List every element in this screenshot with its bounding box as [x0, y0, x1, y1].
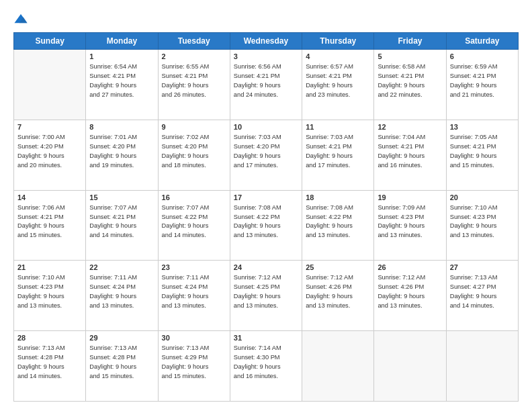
day-info-line: Daylight: 9 hours [89, 292, 154, 302]
day-info-line: Daylight: 9 hours [306, 292, 370, 302]
day-info-line: Sunrise: 7:06 AM [17, 203, 82, 213]
day-info: Sunrise: 6:58 AMSunset: 4:21 PMDaylight:… [378, 62, 442, 100]
calendar-week-2: 7Sunrise: 7:00 AMSunset: 4:20 PMDaylight… [14, 120, 519, 190]
calendar-cell: 21Sunrise: 7:10 AMSunset: 4:23 PMDayligh… [14, 261, 86, 331]
day-info-line: Sunrise: 7:14 AM [234, 344, 298, 353]
day-info-line: Daylight: 9 hours [17, 222, 82, 231]
calendar-cell: 10Sunrise: 7:03 AMSunset: 4:20 PMDayligh… [230, 120, 302, 190]
day-info-line: Daylight: 9 hours [450, 292, 515, 302]
day-number: 25 [306, 263, 370, 271]
day-info: Sunrise: 6:57 AMSunset: 4:21 PMDaylight:… [306, 62, 370, 100]
day-info-line: Daylight: 9 hours [378, 152, 442, 161]
day-number: 9 [162, 123, 226, 131]
calendar-cell: 16Sunrise: 7:07 AMSunset: 4:22 PMDayligh… [158, 190, 230, 261]
calendar-cell [14, 50, 86, 120]
day-info-line: Sunset: 4:29 PM [162, 353, 226, 363]
day-info-line: Sunset: 4:21 PM [89, 213, 154, 222]
day-info-line: Daylight: 9 hours [378, 222, 442, 231]
calendar-cell: 24Sunrise: 7:12 AMSunset: 4:25 PMDayligh… [230, 261, 302, 331]
day-info: Sunrise: 7:13 AMSunset: 4:28 PMDaylight:… [89, 344, 154, 381]
day-info-line: and 14 minutes. [17, 372, 82, 381]
weekday-header-sunday: Sunday [14, 33, 86, 50]
day-info: Sunrise: 6:56 AMSunset: 4:21 PMDaylight:… [234, 62, 298, 100]
day-info-line: Daylight: 9 hours [89, 363, 154, 372]
day-info-line: Sunrise: 7:09 AM [378, 203, 442, 213]
day-info-line: Sunrise: 7:01 AM [89, 133, 154, 142]
day-info-line: Sunset: 4:21 PM [306, 142, 370, 152]
day-info-line: and 20 minutes. [17, 161, 82, 171]
day-number: 5 [378, 52, 442, 60]
calendar-cell: 28Sunrise: 7:13 AMSunset: 4:28 PMDayligh… [14, 331, 86, 402]
day-info: Sunrise: 7:12 AMSunset: 4:26 PMDaylight:… [306, 273, 370, 311]
day-info: Sunrise: 7:08 AMSunset: 4:22 PMDaylight:… [234, 203, 298, 241]
day-info-line: Sunrise: 7:08 AM [306, 203, 370, 213]
day-info-line: Sunset: 4:21 PM [450, 142, 515, 152]
day-info-line: and 19 minutes. [89, 161, 154, 171]
day-number: 16 [162, 193, 226, 201]
day-info: Sunrise: 7:10 AMSunset: 4:23 PMDaylight:… [17, 273, 82, 311]
day-info-line: Daylight: 9 hours [162, 152, 226, 161]
day-info: Sunrise: 7:09 AMSunset: 4:23 PMDaylight:… [378, 203, 442, 241]
calendar-cell: 8Sunrise: 7:01 AMSunset: 4:20 PMDaylight… [86, 120, 158, 190]
day-info-line: Sunrise: 6:55 AM [162, 62, 226, 72]
day-info-line: Daylight: 9 hours [17, 152, 82, 161]
day-info-line: Daylight: 9 hours [89, 222, 154, 231]
day-info-line: Sunrise: 7:13 AM [162, 344, 226, 353]
weekday-header-monday: Monday [86, 33, 158, 50]
day-info: Sunrise: 7:12 AMSunset: 4:25 PMDaylight:… [234, 273, 298, 311]
day-info-line: Sunrise: 7:08 AM [234, 203, 298, 213]
day-number: 13 [450, 123, 515, 131]
calendar-table: SundayMondayTuesdayWednesdayThursdayFrid… [13, 32, 519, 402]
day-info-line: Sunset: 4:21 PM [89, 72, 154, 81]
day-info-line: and 13 minutes. [378, 302, 442, 311]
day-info-line: Daylight: 9 hours [234, 222, 298, 231]
day-number: 3 [234, 52, 298, 60]
day-info-line: Daylight: 9 hours [162, 363, 226, 372]
day-info-line: Sunrise: 6:56 AM [234, 62, 298, 72]
day-number: 30 [162, 334, 226, 342]
calendar-cell: 14Sunrise: 7:06 AMSunset: 4:21 PMDayligh… [14, 190, 86, 261]
day-number: 6 [450, 52, 515, 60]
day-number: 8 [89, 123, 154, 131]
day-info-line: Daylight: 9 hours [89, 81, 154, 91]
calendar-cell: 29Sunrise: 7:13 AMSunset: 4:28 PMDayligh… [86, 331, 158, 402]
day-number: 7 [17, 123, 82, 131]
calendar-cell: 3Sunrise: 6:56 AMSunset: 4:21 PMDaylight… [230, 50, 302, 120]
day-info-line: Sunset: 4:21 PM [450, 72, 515, 81]
day-info-line: Sunrise: 7:13 AM [17, 344, 82, 353]
day-info: Sunrise: 7:04 AMSunset: 4:21 PMDaylight:… [378, 133, 442, 171]
day-info-line: and 13 minutes. [378, 231, 442, 240]
day-info: Sunrise: 7:10 AMSunset: 4:23 PMDaylight:… [450, 203, 515, 241]
day-info-line: Sunrise: 7:10 AM [450, 203, 515, 213]
day-number: 23 [162, 263, 226, 271]
day-info-line: Daylight: 9 hours [234, 152, 298, 161]
day-number: 20 [450, 193, 515, 201]
day-info-line: Sunrise: 7:13 AM [89, 344, 154, 353]
day-info-line: Sunset: 4:20 PM [17, 142, 82, 152]
day-info-line: and 14 minutes. [450, 302, 515, 311]
weekday-header-thursday: Thursday [302, 33, 374, 50]
day-info: Sunrise: 7:11 AMSunset: 4:24 PMDaylight:… [162, 273, 226, 311]
day-info-line: Daylight: 9 hours [162, 81, 226, 91]
day-info-line: Daylight: 9 hours [234, 363, 298, 372]
calendar-cell: 26Sunrise: 7:12 AMSunset: 4:26 PMDayligh… [374, 261, 446, 331]
calendar-cell [374, 331, 446, 402]
day-info-line: Sunset: 4:21 PM [17, 213, 82, 222]
calendar-cell: 1Sunrise: 6:54 AMSunset: 4:21 PMDaylight… [86, 50, 158, 120]
calendar-cell: 25Sunrise: 7:12 AMSunset: 4:26 PMDayligh… [302, 261, 374, 331]
calendar-cell: 6Sunrise: 6:59 AMSunset: 4:21 PMDaylight… [446, 50, 518, 120]
day-info-line: and 13 minutes. [234, 231, 298, 240]
day-info-line: Daylight: 9 hours [378, 81, 442, 91]
day-info-line: Sunrise: 7:03 AM [234, 133, 298, 142]
day-info-line: Sunset: 4:25 PM [234, 283, 298, 292]
weekday-header-friday: Friday [374, 33, 446, 50]
day-info-line: Sunrise: 6:54 AM [89, 62, 154, 72]
day-info-line: and 13 minutes. [162, 302, 226, 311]
day-number: 22 [89, 263, 154, 271]
day-info-line: Sunset: 4:30 PM [234, 353, 298, 363]
day-info-line: and 14 minutes. [162, 231, 226, 240]
day-info: Sunrise: 7:14 AMSunset: 4:30 PMDaylight:… [234, 344, 298, 381]
day-info-line: Sunrise: 7:12 AM [306, 273, 370, 283]
day-info-line: Sunrise: 7:04 AM [378, 133, 442, 142]
day-info-line: and 13 minutes. [89, 302, 154, 311]
